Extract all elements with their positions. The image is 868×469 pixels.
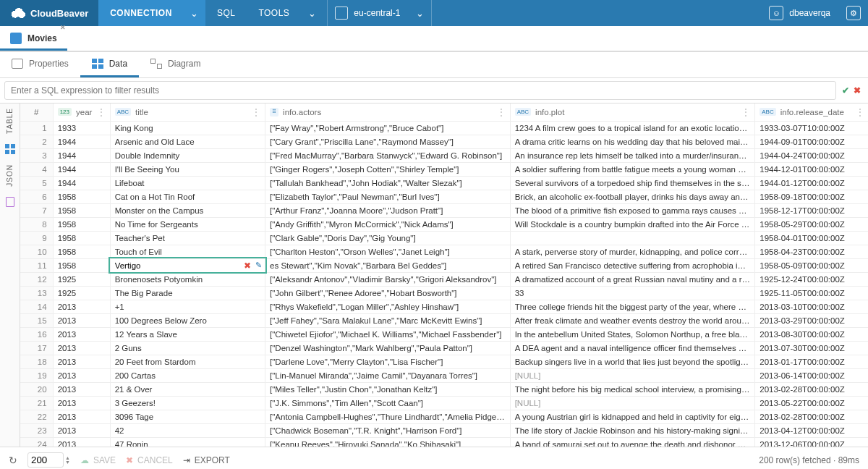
cell-actors[interactable]: ["Darlene Love","Merry Clayton","Lisa Fi… [265,355,511,368]
cell-title[interactable]: Monster on the Campus [110,203,265,217]
close-icon[interactable]: ✕ [60,24,66,31]
cell-title[interactable]: No Time for Sergeants [110,217,265,231]
table-row[interactable]: 91958Teacher's Pet["Clark Gable","Doris … [20,231,868,245]
cell-plot[interactable]: [NULL] [510,396,755,410]
table-row[interactable]: 20201321 & Over["Miles Teller","Justin C… [20,382,868,396]
cell-actors[interactable]: es Stewart","Kim Novak","Barbara Bel Ged… [265,258,511,272]
cell-plot[interactable]: A retired San Francisco detective suffer… [510,258,755,272]
cell-plot[interactable]: The night before his big medical school … [510,382,755,396]
cell-release[interactable]: 1944-12-01T00:00:00Z [755,162,868,176]
table-row[interactable]: 16201312 Years a Slave["Chiwetel Ejiofor… [20,327,868,341]
cell-actors[interactable]: ["Elizabeth Taylor","Paul Newman","Burl … [265,190,511,203]
cell-actors[interactable]: ["Lin-Manuel Miranda","Jaime Camil","Day… [265,368,511,382]
cell-year[interactable]: 2013 [53,341,110,355]
cell-year[interactable]: 1944 [53,135,110,148]
cell-plot[interactable]: In the antebellum United States, Solomon… [510,327,755,341]
save-button[interactable]: ☁ SAVE [80,455,116,465]
cell-plot[interactable]: The life story of Jackie Robinson and hi… [510,423,755,437]
cell-plot[interactable]: [NULL] [510,368,755,382]
cell-title[interactable]: Teacher's Pet [110,231,265,245]
cancel-button[interactable]: ✖ CANCEL [126,455,173,465]
cell-year[interactable]: 2013 [53,313,110,327]
cell-title[interactable]: The Big Parade [110,286,265,300]
cell-actors[interactable]: ["Denzel Washington","Mark Wahlberg","Pa… [265,341,511,355]
cell-actors[interactable]: ["Keanu Reeves","Hiroyuki Sanada","Ko Sh… [265,437,511,447]
cell-title[interactable]: 200 Cartas [110,368,265,382]
rail-json[interactable]: JSON [6,164,14,187]
cell-plot[interactable]: A soldier suffering from battle fatigue … [510,162,755,176]
sort-handle-icon[interactable]: ⋮ [856,107,864,117]
cell-year[interactable]: 2013 [53,300,110,313]
user-menu[interactable]: ☺ dbeaverqa [760,0,839,26]
table-row[interactable]: 18201320 Feet from Stardom["Darlene Love… [20,355,868,368]
table-row[interactable]: 142013+1["Rhys Wakefield","Logan Miller"… [20,300,868,313]
table-row[interactable]: 1720132 Guns["Denzel Washington","Mark W… [20,341,868,355]
cell-actors[interactable]: ["J.K. Simmons","Tim Allen","Scott Caan"… [265,396,511,410]
cell-release[interactable]: 1958-04-23T00:00:00Z [755,245,868,258]
col-title[interactable]: ABCtitle⋮ [110,103,265,121]
cell-release[interactable]: 2013-12-06T00:00:00Z [755,437,868,447]
cell-title[interactable]: 100 Degrees Below Zero [110,313,265,327]
table-row[interactable]: 121925Bronenosets Potyomkin["Aleksandr A… [20,272,868,286]
cell-cancel-icon[interactable]: ✖ [244,261,251,271]
cell-plot[interactable]: Three college friends hit the biggest pa… [510,300,755,313]
table-row[interactable]: 2120133 Geezers!["J.K. Simmons","Tim All… [20,396,868,410]
table-row[interactable]: 111958✖✎es Stewart","Kim Novak","Barbara… [20,258,868,272]
cell-year[interactable]: 1958 [53,190,110,203]
cell-plot[interactable]: Several survivors of a torpedoed ship fi… [510,176,755,190]
cell-release[interactable]: 2013-08-30T00:00:00Z [755,327,868,341]
cell-title[interactable]: Touch of Evil [110,245,265,258]
cell-actors[interactable]: ["Jeff Fahey","Sara Malakul Lane","Marc … [265,313,511,327]
cell-release[interactable]: 2013-04-12T00:00:00Z [755,423,868,437]
menu-sql[interactable]: SQL [205,0,247,26]
cell-release[interactable]: 1944-04-24T00:00:00Z [755,148,868,162]
cell-year[interactable]: 2013 [53,368,110,382]
cell-release[interactable]: 2013-03-10T00:00:00Z [755,300,868,313]
settings-button[interactable]: ⚙ [839,0,868,26]
tab-movies[interactable]: Movies ✕ [0,27,67,51]
brand-logo[interactable]: CloudBeaver [0,0,98,26]
cell-title[interactable]: 2 Guns [110,341,265,355]
cell-actors[interactable]: ["Chiwetel Ejiofor","Michael K. Williams… [265,327,511,341]
grid-view-icon[interactable] [5,144,15,154]
cell-year[interactable]: 1958 [53,203,110,217]
cell-year[interactable]: 1925 [53,272,110,286]
cell-year[interactable]: 1944 [53,162,110,176]
cell-year[interactable]: 2013 [53,327,110,341]
cell-release[interactable]: 1958-05-29T00:00:00Z [755,217,868,231]
connection-selector[interactable]: eu-central-1 [327,0,432,26]
col-release[interactable]: ABCinfo.release_date⋮ [755,103,868,121]
cell-release[interactable]: 1958-04-01T00:00:00Z [755,231,868,245]
sort-handle-icon[interactable]: ⋮ [97,107,106,117]
cell-year[interactable]: 2013 [53,423,110,437]
cell-year[interactable]: 2013 [53,437,110,447]
table-row[interactable]: 2220133096 Tage["Antonia Campbell-Hughes… [20,410,868,423]
col-year[interactable]: 123year⋮ [53,103,110,121]
cell-actors[interactable]: ["Tallulah Bankhead","John Hodiak","Walt… [265,176,511,190]
sort-handle-icon[interactable]: ⋮ [252,107,260,117]
cell-release[interactable]: 2013-02-28T00:00:00Z [755,410,868,423]
cell-release[interactable]: 2013-03-29T00:00:00Z [755,313,868,327]
cell-title[interactable]: 3096 Tage [110,410,265,423]
cell-year[interactable]: 2013 [53,410,110,423]
cell-plot[interactable]: After freak climate and weather events d… [510,313,755,327]
cell-plot[interactable]: 1234 A film crew goes to a tropical isla… [510,121,755,135]
clear-filter-icon[interactable]: ✖ [854,85,861,96]
cell-year[interactable]: 2013 [53,396,110,410]
cell-title[interactable]: Bronenosets Potyomkin [110,272,265,286]
table-row[interactable]: 21944Arsenic and Old Lace["Cary Grant","… [20,135,868,148]
cell-actors[interactable]: ["Arthur Franz","Joanna Moore","Judson P… [265,203,511,217]
cell-release[interactable]: 1933-03-07T10:00:00Z [755,121,868,135]
sql-filter-input[interactable] [4,81,836,100]
subtab-properties[interactable]: Properties [0,52,80,77]
table-row[interactable]: 131925The Big Parade["John Gilbert","Ren… [20,286,868,300]
menu-tools[interactable]: TOOLS [247,0,301,26]
cell-year[interactable]: 1958 [53,217,110,231]
page-size-input[interactable] [27,452,64,468]
cell-release[interactable]: 2013-01-17T00:00:00Z [755,355,868,368]
menu-connection-caret[interactable] [184,0,205,26]
cell-title[interactable]: Cat on a Hot Tin Roof [110,190,265,203]
menu-connection[interactable]: CONNECTION [98,0,184,26]
apply-filter-icon[interactable]: ✔ [842,85,849,96]
table-row[interactable]: 192013200 Cartas["Lin-Manuel Miranda","J… [20,368,868,382]
